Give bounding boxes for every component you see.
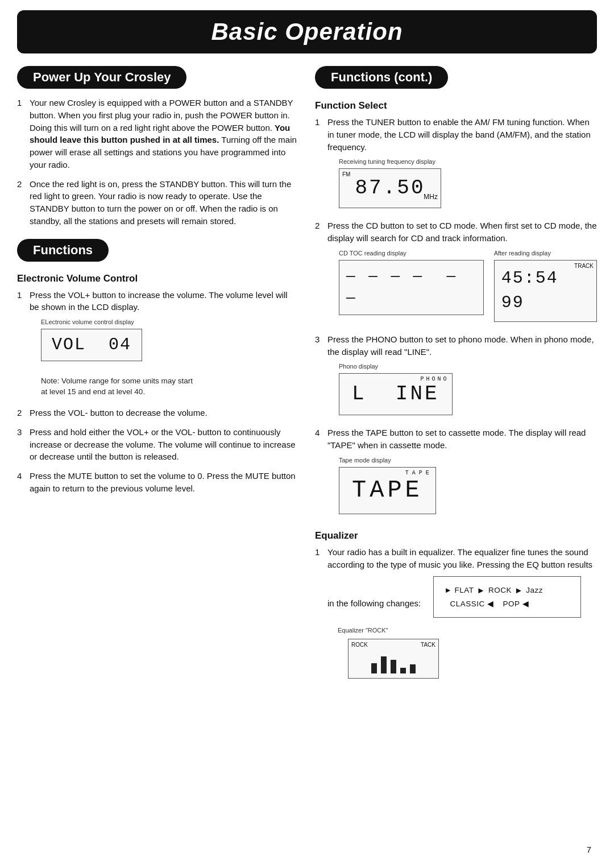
cd-track-container: After reading display TRACK 45:54 99 xyxy=(494,249,597,322)
list-text: Press the VOL- button to decrease the vo… xyxy=(30,407,299,419)
functions-list: 1 Press the VOL+ button to increase the … xyxy=(17,289,299,495)
list-num: 1 xyxy=(17,97,30,171)
vol-lcd-display: VOL 04 xyxy=(41,329,142,362)
eq-flow-diagram: ► FLAT ► ROCK ► Jazz CLASSIC ◀ POP ◀ xyxy=(433,576,581,617)
function-select-list: 1 Press the TUNER button to enable the A… xyxy=(315,116,597,519)
tuner-lcd-label: Receiving tuning frequency display xyxy=(339,158,435,167)
page-title: Basic Operation xyxy=(17,18,597,46)
vol-lcd-container: ELectronic volume control display VOL 04 xyxy=(41,318,299,361)
list-num: 1 xyxy=(17,289,30,366)
tape-lcd-label: Tape mode display xyxy=(339,456,391,465)
list-item: 1 Press the TUNER button to enable the A… xyxy=(315,116,597,213)
list-item: 1 Your radio has a built in equalizer. T… xyxy=(315,546,597,683)
functions-cont-label: Functions (cont.) xyxy=(315,66,448,89)
tuner-lcd-container: Receiving tuning frequency display FM 87… xyxy=(339,158,597,208)
tape-indicator: TAPE xyxy=(405,469,433,478)
functions-section-label: Functions xyxy=(17,239,109,262)
equalizer-list: 1 Your radio has a built in equalizer. T… xyxy=(315,546,597,683)
list-num: 3 xyxy=(315,333,327,420)
cd-dashes-value: — — — — — — xyxy=(346,266,476,309)
list-num: 4 xyxy=(17,470,30,495)
fm-label: FM xyxy=(342,171,350,179)
list-item: 1 Press the VOL+ button to increase the … xyxy=(17,289,299,366)
eq-flow-rock: ROCK xyxy=(488,585,512,596)
mhz-label: MHz xyxy=(424,192,438,202)
eq-arrow1: ► xyxy=(477,584,486,597)
main-content: Power Up Your Crosley 1 Your new Crosley… xyxy=(17,66,597,689)
phono-lcd-display: PHONO L INE xyxy=(339,373,453,415)
list-text: Press the TUNER button to enable the AM/… xyxy=(327,116,597,213)
list-text: Once the red light is on, press the STAN… xyxy=(30,178,299,228)
eq-flow-row2: CLASSIC ◀ POP ◀ xyxy=(444,598,570,610)
phono-lcd-container: Phono display PHONO L INE xyxy=(339,362,597,415)
phono-indicator: PHONO xyxy=(421,375,449,384)
functions-subsection-title: Electronic Volume Control xyxy=(17,273,299,284)
power-list: 1 Your new Crosley is equipped with a PO… xyxy=(17,97,299,228)
cd-lcd-row: CD TOC reading display — — — — — — After… xyxy=(339,249,597,322)
list-num: 2 xyxy=(315,220,327,326)
eq-bar-5 xyxy=(410,664,416,673)
eq-bar-3 xyxy=(391,660,396,673)
list-num: 4 xyxy=(315,427,327,518)
functions-cont-section: Functions (cont.) Function Select 1 Pres… xyxy=(315,66,597,682)
list-item-note: Note: Volume range for some units may st… xyxy=(17,373,299,400)
list-text: Your radio has a built in equalizer. The… xyxy=(327,546,597,683)
eq-flow-row1: ► FLAT ► ROCK ► Jazz xyxy=(444,584,570,597)
list-text: Press the TAPE button to set to cassette… xyxy=(327,427,597,518)
eq-bar-2 xyxy=(381,656,387,673)
list-item: 4 Press the MUTE button to set the volum… xyxy=(17,470,299,495)
page-number: 7 xyxy=(587,845,591,854)
list-item: 2 Press the VOL- button to decrease the … xyxy=(17,407,299,419)
eq-arrow2: ► xyxy=(515,584,523,597)
list-num xyxy=(17,373,30,400)
tape-lcd-container: Tape mode display TAPE TAPE xyxy=(339,456,597,514)
eq-flow-jazz: Jazz xyxy=(526,585,543,596)
equalizer-title: Equalizer xyxy=(315,530,597,542)
list-text: Press the VOL+ button to increase the vo… xyxy=(30,289,299,366)
eq-rock-label: ROCK xyxy=(351,641,368,650)
eq-flow-classic: CLASSIC ◀ xyxy=(450,598,493,610)
right-column: Functions (cont.) Function Select 1 Pres… xyxy=(315,66,597,689)
list-num: 2 xyxy=(17,407,30,419)
left-column: Power Up Your Crosley 1 Your new Crosley… xyxy=(17,66,299,689)
tape-lcd-display: TAPE TAPE xyxy=(339,467,436,514)
eq-flow-pop: POP ◀ xyxy=(503,598,529,610)
track-label: TRACK xyxy=(574,262,594,271)
list-item: 4 Press the TAPE button to set to casset… xyxy=(315,427,597,518)
cd-toc-label: CD TOC reading display xyxy=(339,249,406,258)
phono-lcd-value: L INE xyxy=(352,379,439,409)
power-section-label: Power Up Your Crosley xyxy=(17,66,186,89)
function-select-title: Function Select xyxy=(315,100,597,111)
list-text: Press the MUTE button to set the volume … xyxy=(30,470,299,495)
cd-track-display: TRACK 45:54 99 xyxy=(494,260,597,322)
eq-lcd-label: Equalizer "ROCK" xyxy=(338,627,388,634)
list-text: Press the PHONO button to set to phono m… xyxy=(327,333,597,420)
vol-note: Note: Volume range for some units may st… xyxy=(41,376,299,398)
vol-lcd-label: ELectronic volume control display xyxy=(41,318,134,327)
tape-lcd-value: TAPE xyxy=(352,473,423,508)
vol-lcd-value: VOL 04 xyxy=(52,333,131,358)
list-text: Your new Crosley is equipped with a POWE… xyxy=(30,97,299,171)
list-item: 1 Your new Crosley is equipped with a PO… xyxy=(17,97,299,171)
tuner-lcd-value: 87.50 xyxy=(355,173,425,203)
list-item: 2 Press the CD button to set to CD mode.… xyxy=(315,220,597,326)
eq-display-container: Equalizer "ROCK" ROCK TACK xyxy=(338,623,597,679)
phono-lcd-label: Phono display xyxy=(339,362,378,371)
eq-bar-4 xyxy=(400,668,406,673)
page-header: Basic Operation xyxy=(17,10,597,53)
power-section: Power Up Your Crosley 1 Your new Crosley… xyxy=(17,66,299,228)
eq-bar-1 xyxy=(371,663,377,673)
list-num: 3 xyxy=(17,426,30,463)
eq-tack-label: TACK xyxy=(421,641,435,650)
cd-track-value: 45:54 99 xyxy=(501,266,590,316)
list-item: 3 Press and hold either the VOL+ or the … xyxy=(17,426,299,463)
list-num: 2 xyxy=(17,178,30,228)
list-num: 1 xyxy=(315,546,327,683)
cd-toc-container: CD TOC reading display — — — — — — xyxy=(339,249,484,322)
eq-flow-flat: ► FLAT xyxy=(444,585,474,596)
cd-toc-display: — — — — — — xyxy=(339,260,484,315)
list-num: 1 xyxy=(315,116,327,213)
list-text: Press and hold either the VOL+ or the VO… xyxy=(30,426,299,463)
list-item: 2 Once the red light is on, press the ST… xyxy=(17,178,299,228)
equalizer-section: Equalizer 1 Your radio has a built in eq… xyxy=(315,530,597,683)
